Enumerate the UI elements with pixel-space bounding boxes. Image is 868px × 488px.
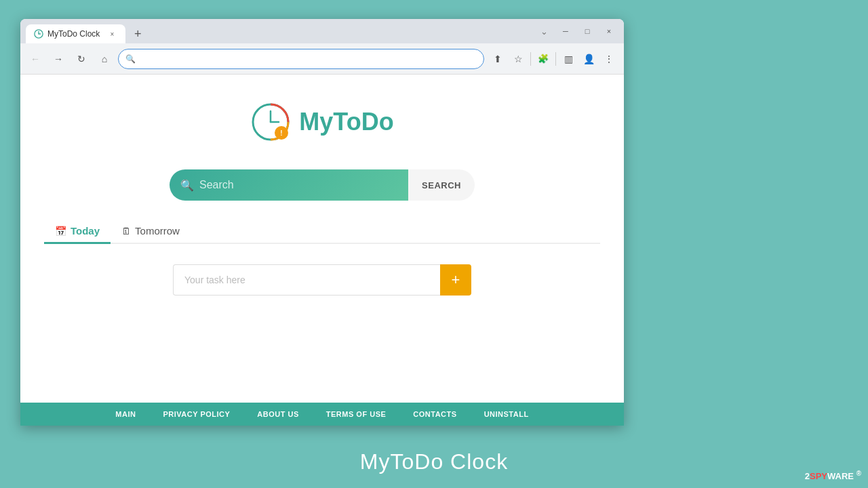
tab-area: MyToDo Clock × + <box>26 19 147 43</box>
footer-link-privacy[interactable]: PRIVACY POLICY <box>163 410 230 418</box>
active-tab[interactable]: MyToDo Clock × <box>26 24 125 43</box>
calendar-tomorrow-icon: 🗓 <box>121 226 131 237</box>
footer-link-contacts[interactable]: CONTACTS <box>413 410 456 418</box>
footer-link-uninstall[interactable]: UNINSTALL <box>484 410 529 418</box>
new-tab-button[interactable]: + <box>128 24 147 43</box>
svg-text:!: ! <box>281 129 283 137</box>
address-search-icon: 🔍 <box>125 54 136 64</box>
tab-today[interactable]: 📅 Today <box>44 220 111 244</box>
more-button[interactable]: ⋮ <box>599 49 618 68</box>
logo-clock-icon: ! <box>250 102 291 142</box>
page-tabs: 📅 Today 🗓 Tomorrow <box>44 220 600 244</box>
browser-window: MyToDo Clock × + ⌄ ─ □ × <box>20 19 624 426</box>
sidebar-icon: ▥ <box>564 54 573 64</box>
sidebar-button[interactable]: ▥ <box>559 49 578 68</box>
tab-close-button[interactable]: × <box>106 28 117 39</box>
search-glass-icon: 🔍 <box>180 179 194 192</box>
logo-area: ! MyToDo <box>250 102 393 142</box>
more-icon: ⋮ <box>604 54 614 64</box>
footer-link-about[interactable]: ABOUT US <box>257 410 298 418</box>
window-maximize-button[interactable]: □ <box>578 24 597 38</box>
search-input-wrapper[interactable]: 🔍 <box>170 169 408 201</box>
home-button[interactable]: ⌂ <box>95 49 114 68</box>
forward-button[interactable]: → <box>49 49 68 68</box>
page-footer: MAIN PRIVACY POLICY ABOUT US TERMS OF US… <box>20 403 624 426</box>
bookmark-button[interactable]: ☆ <box>509 49 528 68</box>
search-input[interactable] <box>199 179 397 191</box>
divider2 <box>555 52 556 66</box>
watermark-prefix: 2 <box>805 471 810 481</box>
tab-today-label: Today <box>71 225 100 237</box>
watermark-suffix: WARE <box>827 471 854 481</box>
share-button[interactable]: ⬆ <box>488 49 507 68</box>
window-close-button[interactable]: × <box>599 24 618 38</box>
logo-text: MyToDo <box>299 108 393 136</box>
refresh-button[interactable]: ↻ <box>72 49 91 68</box>
page-content: ! MyToDo 🔍 SEARCH 📅 Today 🗓 Tomorrow <box>20 75 624 426</box>
calendar-today-icon: 📅 <box>55 226 66 237</box>
tab-tomorrow-label: Tomorrow <box>135 225 180 237</box>
profile-icon: 👤 <box>583 54 595 64</box>
title-bar: MyToDo Clock × + ⌄ ─ □ × <box>20 19 624 43</box>
watermark-spy: SPY <box>810 471 827 481</box>
footer-link-main[interactable]: MAIN <box>115 410 136 418</box>
task-input[interactable] <box>173 264 440 296</box>
tab-favicon <box>34 29 43 39</box>
bottom-caption: MyToDo Clock <box>0 449 868 474</box>
share-icon: ⬆ <box>494 54 502 64</box>
bookmark-icon: ☆ <box>514 54 523 64</box>
tab-tomorrow[interactable]: 🗓 Tomorrow <box>111 220 191 244</box>
extensions-button[interactable]: 🧩 <box>534 49 553 68</box>
window-controls: ⌄ ─ □ × <box>534 24 618 38</box>
address-input[interactable] <box>140 54 477 64</box>
address-bar[interactable]: 🔍 <box>118 49 484 69</box>
footer-link-terms[interactable]: TERMS OF USE <box>326 410 387 418</box>
window-minimize-button[interactable]: ⌄ <box>534 24 553 38</box>
watermark-symbol: ® <box>856 470 861 477</box>
task-area: + <box>173 264 471 296</box>
extensions-icon: 🧩 <box>538 54 549 64</box>
task-add-button[interactable]: + <box>440 264 471 296</box>
watermark: 2SPYWARE ® <box>805 470 861 481</box>
search-button[interactable]: SEARCH <box>408 169 475 201</box>
nav-actions: ⬆ ☆ 🧩 ▥ 👤 ⋮ <box>488 49 618 68</box>
window-minimize-button2[interactable]: ─ <box>556 24 575 38</box>
divider <box>530 52 531 66</box>
back-button[interactable]: ← <box>26 49 45 68</box>
profile-button[interactable]: 👤 <box>579 49 598 68</box>
search-area: 🔍 SEARCH <box>170 169 475 201</box>
nav-bar: ← → ↻ ⌂ 🔍 ⬆ ☆ 🧩 ▥ <box>20 43 624 75</box>
tab-title: MyToDo Clock <box>47 29 100 39</box>
